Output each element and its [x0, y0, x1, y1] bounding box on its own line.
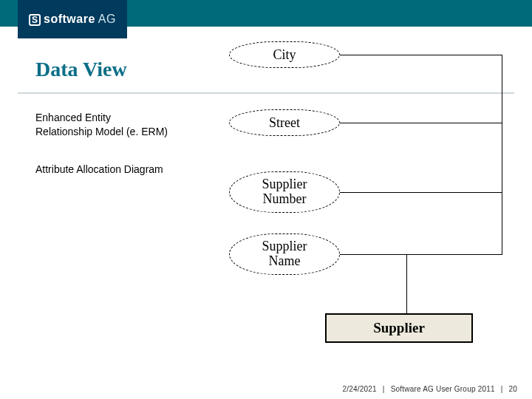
- entity-supplier: Supplier: [325, 313, 473, 343]
- attribute-label: City: [273, 47, 296, 63]
- footer-event: Software AG User Group 2011: [391, 385, 495, 393]
- connector-line: [406, 254, 502, 255]
- footer-page: 20: [508, 385, 517, 393]
- entity-label: Supplier: [373, 320, 425, 336]
- attribute-label: Street: [269, 115, 300, 131]
- brand-name-light: AG: [98, 13, 116, 26]
- connector-line: [340, 55, 502, 55]
- connector-line: [502, 55, 502, 254]
- diagram-type-label: Attribute Allocation Diagram: [35, 163, 168, 177]
- attribute-street: Street: [229, 109, 340, 136]
- brand-logo: S software AG: [18, 0, 127, 38]
- model-name-label: Enhanced Entity Relationship Model (e. E…: [35, 111, 168, 139]
- er-diagram: City Street Supplier Number Supplier Nam…: [214, 41, 510, 352]
- footer-date: 2/24/2021: [343, 385, 377, 393]
- attribute-supplier-number: Supplier Number: [229, 171, 340, 213]
- attribute-supplier-name: Supplier Name: [229, 233, 340, 275]
- footer: 2/24/2021 | Software AG User Group 2011 …: [343, 385, 517, 393]
- logo-glyph-icon: S: [29, 14, 41, 26]
- separator-icon: |: [383, 385, 385, 393]
- slide: S software AG Data View Enhanced Entity …: [0, 0, 532, 399]
- separator-icon: |: [501, 385, 503, 393]
- connector-line: [406, 254, 407, 313]
- attribute-label: Name: [269, 253, 301, 268]
- attribute-label: Supplier: [262, 239, 307, 253]
- connector-line: [340, 192, 502, 193]
- attribute-label: Number: [263, 191, 307, 206]
- page-title: Data View: [35, 58, 127, 81]
- brand-name-bold: software: [44, 13, 95, 26]
- attribute-label: Supplier: [262, 177, 307, 191]
- connector-line: [340, 123, 502, 123]
- attribute-city: City: [229, 41, 340, 68]
